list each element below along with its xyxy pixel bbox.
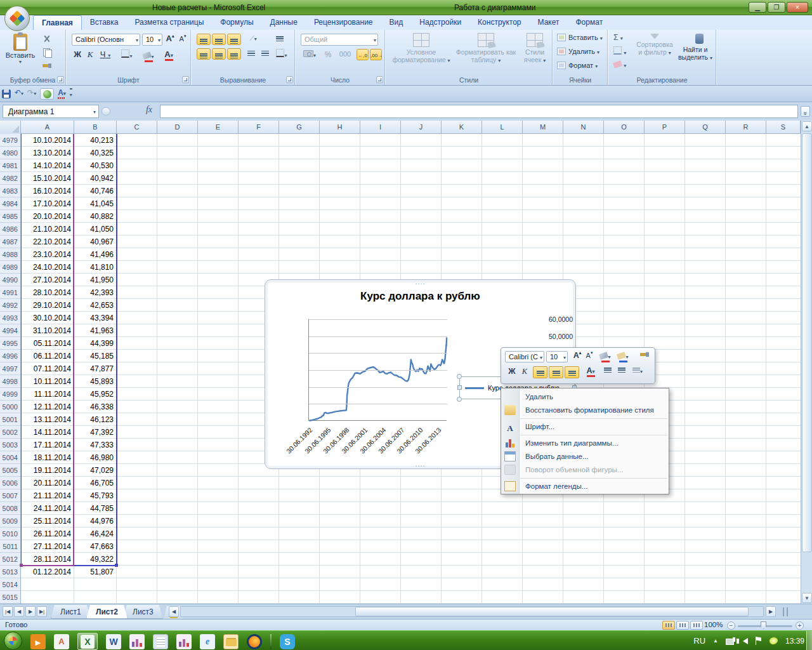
clear-button[interactable]: ▾ xyxy=(613,60,632,72)
font-name-combo[interactable]: Calibri (Основн▾ xyxy=(72,34,140,46)
cell-a5006[interactable]: 20.11.2014 xyxy=(21,477,74,489)
row-header-4979[interactable]: 4979 xyxy=(0,134,20,147)
taskbar-icon-skype[interactable] xyxy=(280,634,295,649)
cell-a5011[interactable]: 27.11.2014 xyxy=(21,540,74,553)
update-button[interactable] xyxy=(40,88,54,100)
increase-indent-button[interactable] xyxy=(259,48,272,60)
cell-a5005[interactable]: 19.11.2014 xyxy=(21,464,74,477)
row-header-4991[interactable]: 4991 xyxy=(0,286,20,299)
cell-b5000[interactable]: 46,338 xyxy=(74,401,117,413)
zoom-level-label[interactable]: 100% xyxy=(704,621,723,628)
vertical-scrollbar[interactable]: ▲ ▼ xyxy=(801,121,812,604)
cell-b5009[interactable]: 44,976 xyxy=(74,515,117,527)
cell-a4985[interactable]: 20.10.2014 xyxy=(21,210,74,223)
format-as-table-button[interactable]: Форматировать как таблицу ▾ xyxy=(454,31,518,65)
cell-b4992[interactable]: 42,653 xyxy=(74,299,117,312)
font-color-button[interactable]: A▾ xyxy=(160,49,177,62)
chart-grip-top[interactable]: ∙∙∙∙ xyxy=(415,279,425,287)
cell-a4994[interactable]: 31.10.2014 xyxy=(21,324,74,337)
column-header-I[interactable]: I xyxy=(360,121,401,134)
font-dialog-launcher[interactable] xyxy=(182,76,189,83)
cell-a4988[interactable]: 23.10.2014 xyxy=(21,248,74,261)
taskbar-icon-internet-explorer[interactable] xyxy=(200,634,215,649)
align-middle-button[interactable] xyxy=(212,34,226,45)
mini-increase-indent-button[interactable] xyxy=(615,366,628,378)
cell-a5014[interactable] xyxy=(21,578,74,591)
row-header-5003[interactable]: 5003 xyxy=(0,439,20,451)
cell-b4993[interactable]: 43,394 xyxy=(74,312,117,324)
ribbon-tab-1[interactable]: Главная xyxy=(33,15,82,30)
fill-color-button[interactable]: ▾ xyxy=(140,50,157,63)
row-header-4987[interactable]: 4987 xyxy=(0,235,20,248)
column-header-F[interactable]: F xyxy=(239,121,279,134)
cell-a4995[interactable]: 05.11.2014 xyxy=(21,337,74,350)
row-header-5002[interactable]: 5002 xyxy=(0,426,20,439)
column-header-R[interactable]: R xyxy=(726,121,766,134)
cell-b4990[interactable]: 41,950 xyxy=(74,274,117,286)
mini-font-size-combo[interactable]: 10▾ xyxy=(546,351,568,362)
sheet-tab-Лист2[interactable]: Лист2 xyxy=(86,605,128,619)
cell-a5010[interactable]: 26.11.2014 xyxy=(21,527,74,540)
ribbon-tab-11[interactable]: Формат xyxy=(568,15,612,30)
start-button[interactable] xyxy=(4,632,22,650)
row-header-5000[interactable]: 5000 xyxy=(0,401,20,413)
category-range-handle[interactable] xyxy=(20,564,23,567)
orientation-button[interactable]: ⟋▾ xyxy=(245,34,261,45)
row-header-5010[interactable]: 5010 xyxy=(0,527,20,540)
ribbon-tab-4[interactable]: Формулы xyxy=(212,15,261,30)
underline-button[interactable]: Ч ▾ xyxy=(97,49,114,62)
column-header-E[interactable]: E xyxy=(198,121,239,134)
cell-a5009[interactable]: 25.11.2014 xyxy=(21,515,74,527)
row-header-4994[interactable]: 4994 xyxy=(0,324,20,337)
align-left-button[interactable] xyxy=(197,48,211,60)
cell-a5012[interactable]: 28.11.2014 xyxy=(21,553,74,566)
align-center-button[interactable] xyxy=(212,48,226,60)
row-header-5012[interactable]: 5012 xyxy=(0,553,20,566)
taskbar-icon-firefox[interactable] xyxy=(247,634,262,649)
taskbar-icon-notepad[interactable] xyxy=(153,634,168,649)
borders-button[interactable]: ▾ xyxy=(119,49,135,62)
cell-a4987[interactable]: 22.10.2014 xyxy=(21,235,74,248)
cell-a5000[interactable]: 12.11.2014 xyxy=(21,401,74,413)
chart-title[interactable]: Курс доллара к рублю xyxy=(265,290,575,303)
row-header-5011[interactable]: 5011 xyxy=(0,540,20,553)
vertical-scroll-thumb[interactable] xyxy=(802,133,812,552)
menu-item-3[interactable]: AШрифт... xyxy=(501,420,669,434)
cell-b4995[interactable]: 44,399 xyxy=(74,337,117,350)
cell-b5004[interactable]: 46,980 xyxy=(74,451,117,464)
cell-styles-button[interactable]: Стили ячеек ▾ xyxy=(519,31,551,65)
mini-fill-color-button[interactable]: ▾ xyxy=(598,352,613,364)
align-right-button[interactable] xyxy=(227,48,241,60)
hscroll-left-arrow[interactable]: ◀ xyxy=(169,606,179,617)
cell-b4981[interactable]: 40,530 xyxy=(74,159,117,172)
paste-button[interactable]: Вставить ▾ xyxy=(5,32,36,72)
cell-b4991[interactable]: 42,393 xyxy=(74,286,117,299)
clock[interactable]: 13:39 xyxy=(785,637,804,646)
notification-blob-icon[interactable] xyxy=(768,636,778,646)
column-header-N[interactable]: N xyxy=(563,121,604,134)
cell-b4983[interactable]: 40,746 xyxy=(74,185,117,197)
autosum-button[interactable]: Σ ▾ xyxy=(613,33,632,44)
cell-a4999[interactable]: 11.11.2014 xyxy=(21,388,74,401)
cell-b5014[interactable] xyxy=(74,578,117,591)
close-button[interactable]: × xyxy=(787,2,808,13)
sheet-tab-Лист1[interactable]: Лист1 xyxy=(51,605,91,619)
cell-b4989[interactable]: 41,810 xyxy=(74,261,117,274)
number-format-combo[interactable]: Общий▾ xyxy=(301,34,378,46)
cell-a5007[interactable]: 21.11.2014 xyxy=(21,489,74,502)
shrink-font-button[interactable]: A▾ xyxy=(176,33,189,46)
row-header-4993[interactable]: 4993 xyxy=(0,312,20,324)
zoom-in-button[interactable]: + xyxy=(796,621,804,630)
grow-font-button[interactable]: A▴ xyxy=(164,33,176,46)
clipboard-dialog-launcher[interactable] xyxy=(57,76,64,83)
cell-a4981[interactable]: 14.10.2014 xyxy=(21,159,74,172)
cell-b4979[interactable]: 40,213 xyxy=(74,134,117,147)
cell-b4996[interactable]: 45,185 xyxy=(74,350,117,362)
page-break-view-button[interactable] xyxy=(690,621,703,630)
cell-a4979[interactable]: 10.10.2014 xyxy=(21,134,74,147)
row-header-4990[interactable]: 4990 xyxy=(0,274,20,286)
taskbar-active-app[interactable] xyxy=(77,633,98,650)
normal-view-button[interactable] xyxy=(662,621,675,630)
cell-b4987[interactable]: 40,967 xyxy=(74,235,117,248)
office-button[interactable] xyxy=(4,6,30,31)
